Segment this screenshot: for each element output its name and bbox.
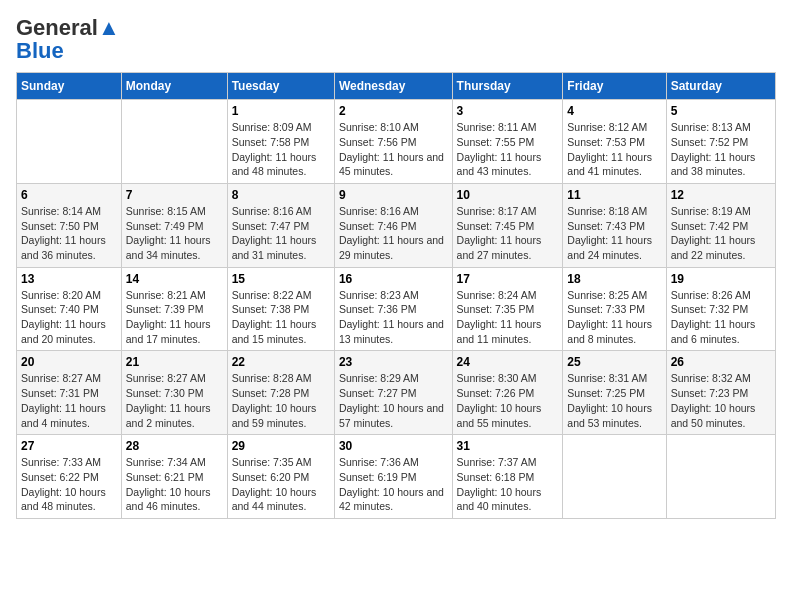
day-info: Daylight: 11 hours and 11 minutes.: [457, 317, 559, 346]
calendar-table: SundayMondayTuesdayWednesdayThursdayFrid…: [16, 72, 776, 519]
day-number: 15: [232, 272, 330, 286]
day-number: 24: [457, 355, 559, 369]
day-info: Sunrise: 8:11 AM: [457, 120, 559, 135]
day-info: Sunset: 7:53 PM: [567, 135, 661, 150]
day-info: Daylight: 11 hours and 36 minutes.: [21, 233, 117, 262]
day-info: Sunset: 7:25 PM: [567, 386, 661, 401]
day-info: Sunset: 7:47 PM: [232, 219, 330, 234]
day-info: Sunrise: 8:27 AM: [126, 371, 223, 386]
calendar-cell: 26Sunrise: 8:32 AMSunset: 7:23 PMDayligh…: [666, 351, 775, 435]
calendar-cell: 6Sunrise: 8:14 AMSunset: 7:50 PMDaylight…: [17, 183, 122, 267]
calendar-week-5: 27Sunrise: 7:33 AMSunset: 6:22 PMDayligh…: [17, 435, 776, 519]
day-info: Sunset: 7:31 PM: [21, 386, 117, 401]
day-number: 22: [232, 355, 330, 369]
day-number: 13: [21, 272, 117, 286]
calendar-cell: 10Sunrise: 8:17 AMSunset: 7:45 PMDayligh…: [452, 183, 563, 267]
day-info: Sunrise: 8:20 AM: [21, 288, 117, 303]
calendar-cell: 24Sunrise: 8:30 AMSunset: 7:26 PMDayligh…: [452, 351, 563, 435]
day-number: 20: [21, 355, 117, 369]
calendar-cell: 28Sunrise: 7:34 AMSunset: 6:21 PMDayligh…: [121, 435, 227, 519]
calendar-cell: 27Sunrise: 7:33 AMSunset: 6:22 PMDayligh…: [17, 435, 122, 519]
calendar-cell: 17Sunrise: 8:24 AMSunset: 7:35 PMDayligh…: [452, 267, 563, 351]
day-info: Daylight: 11 hours and 20 minutes.: [21, 317, 117, 346]
day-info: Sunset: 6:20 PM: [232, 470, 330, 485]
day-number: 23: [339, 355, 448, 369]
day-info: Daylight: 11 hours and 15 minutes.: [232, 317, 330, 346]
calendar-cell: 18Sunrise: 8:25 AMSunset: 7:33 PMDayligh…: [563, 267, 666, 351]
day-info: Sunrise: 8:16 AM: [339, 204, 448, 219]
day-info: Sunrise: 8:25 AM: [567, 288, 661, 303]
day-info: Sunset: 7:45 PM: [457, 219, 559, 234]
day-info: Sunrise: 8:29 AM: [339, 371, 448, 386]
day-info: Sunset: 7:42 PM: [671, 219, 771, 234]
day-info: Sunrise: 8:28 AM: [232, 371, 330, 386]
day-info: Daylight: 11 hours and 2 minutes.: [126, 401, 223, 430]
calendar-cell: 13Sunrise: 8:20 AMSunset: 7:40 PMDayligh…: [17, 267, 122, 351]
day-number: 5: [671, 104, 771, 118]
calendar-cell: 12Sunrise: 8:19 AMSunset: 7:42 PMDayligh…: [666, 183, 775, 267]
day-info: Sunset: 7:30 PM: [126, 386, 223, 401]
day-info: Sunset: 6:19 PM: [339, 470, 448, 485]
day-number: 8: [232, 188, 330, 202]
day-info: Sunrise: 7:33 AM: [21, 455, 117, 470]
day-info: Sunrise: 8:26 AM: [671, 288, 771, 303]
day-info: Sunrise: 8:21 AM: [126, 288, 223, 303]
calendar-cell: 31Sunrise: 7:37 AMSunset: 6:18 PMDayligh…: [452, 435, 563, 519]
calendar-cell: [17, 100, 122, 184]
day-info: Daylight: 10 hours and 50 minutes.: [671, 401, 771, 430]
calendar-cell: 11Sunrise: 8:18 AMSunset: 7:43 PMDayligh…: [563, 183, 666, 267]
day-info: Sunset: 6:22 PM: [21, 470, 117, 485]
day-info: Daylight: 10 hours and 57 minutes.: [339, 401, 448, 430]
day-info: Sunrise: 8:27 AM: [21, 371, 117, 386]
logo-line1: General▲: [16, 16, 120, 39]
day-info: Sunrise: 8:30 AM: [457, 371, 559, 386]
day-info: Sunset: 7:38 PM: [232, 302, 330, 317]
day-number: 25: [567, 355, 661, 369]
day-info: Sunset: 7:55 PM: [457, 135, 559, 150]
logo-line2: Blue: [16, 39, 120, 62]
calendar-cell: 4Sunrise: 8:12 AMSunset: 7:53 PMDaylight…: [563, 100, 666, 184]
day-info: Sunrise: 8:23 AM: [339, 288, 448, 303]
day-info: Sunset: 7:36 PM: [339, 302, 448, 317]
calendar-cell: 23Sunrise: 8:29 AMSunset: 7:27 PMDayligh…: [334, 351, 452, 435]
day-info: Daylight: 10 hours and 42 minutes.: [339, 485, 448, 514]
day-info: Sunrise: 8:14 AM: [21, 204, 117, 219]
day-info: Daylight: 11 hours and 41 minutes.: [567, 150, 661, 179]
header-saturday: Saturday: [666, 73, 775, 100]
logo-block: General▲ Blue: [16, 16, 120, 62]
day-info: Daylight: 11 hours and 4 minutes.: [21, 401, 117, 430]
day-number: 17: [457, 272, 559, 286]
day-number: 2: [339, 104, 448, 118]
day-info: Sunrise: 7:35 AM: [232, 455, 330, 470]
day-number: 1: [232, 104, 330, 118]
day-number: 27: [21, 439, 117, 453]
calendar-cell: 2Sunrise: 8:10 AMSunset: 7:56 PMDaylight…: [334, 100, 452, 184]
day-number: 19: [671, 272, 771, 286]
day-number: 31: [457, 439, 559, 453]
day-info: Daylight: 11 hours and 6 minutes.: [671, 317, 771, 346]
day-info: Daylight: 11 hours and 29 minutes.: [339, 233, 448, 262]
calendar-cell: [563, 435, 666, 519]
day-info: Daylight: 10 hours and 48 minutes.: [21, 485, 117, 514]
day-info: Sunset: 7:40 PM: [21, 302, 117, 317]
day-info: Daylight: 10 hours and 44 minutes.: [232, 485, 330, 514]
calendar-cell: 8Sunrise: 8:16 AMSunset: 7:47 PMDaylight…: [227, 183, 334, 267]
day-number: 11: [567, 188, 661, 202]
day-info: Sunset: 7:26 PM: [457, 386, 559, 401]
day-info: Sunset: 7:49 PM: [126, 219, 223, 234]
day-info: Daylight: 11 hours and 24 minutes.: [567, 233, 661, 262]
header-wednesday: Wednesday: [334, 73, 452, 100]
calendar-cell: 20Sunrise: 8:27 AMSunset: 7:31 PMDayligh…: [17, 351, 122, 435]
calendar-week-1: 1Sunrise: 8:09 AMSunset: 7:58 PMDaylight…: [17, 100, 776, 184]
day-number: 7: [126, 188, 223, 202]
day-info: Sunrise: 8:10 AM: [339, 120, 448, 135]
page-header: General▲ Blue: [16, 16, 776, 62]
day-info: Daylight: 11 hours and 13 minutes.: [339, 317, 448, 346]
calendar-week-4: 20Sunrise: 8:27 AMSunset: 7:31 PMDayligh…: [17, 351, 776, 435]
day-info: Sunrise: 8:19 AM: [671, 204, 771, 219]
day-info: Daylight: 10 hours and 40 minutes.: [457, 485, 559, 514]
day-info: Sunrise: 8:09 AM: [232, 120, 330, 135]
day-info: Sunset: 7:56 PM: [339, 135, 448, 150]
calendar-cell: 25Sunrise: 8:31 AMSunset: 7:25 PMDayligh…: [563, 351, 666, 435]
day-info: Sunset: 6:21 PM: [126, 470, 223, 485]
